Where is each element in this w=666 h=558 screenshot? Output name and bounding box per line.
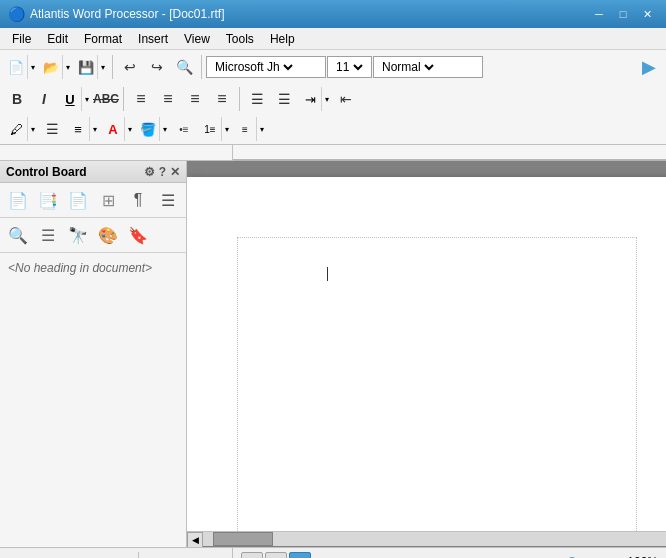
cb-pilcrow-button[interactable]: ¶ xyxy=(124,186,152,214)
cb-bookmark-button[interactable]: 📑 xyxy=(34,186,62,214)
font-name-dropdown[interactable]: Microsoft Jh xyxy=(206,56,326,78)
highlight-button-group[interactable]: 🖊 ▾ xyxy=(4,116,38,142)
style-select[interactable]: Normal xyxy=(378,59,437,75)
list-style-button[interactable]: ☰ xyxy=(39,116,65,142)
align-center-button[interactable]: ≡ xyxy=(155,86,181,112)
nav-back-button[interactable]: ◀ xyxy=(30,552,54,559)
control-board: Control Board ⚙ ? ✕ 📄 📑 📄 ⊞ ¶ ☰ 🔍 ☰ 🔭 🎨 … xyxy=(0,161,187,547)
font-size-select[interactable]: 11 xyxy=(332,59,366,75)
bold-button[interactable]: B xyxy=(4,86,30,112)
save-button-group[interactable]: 💾 ▾ xyxy=(74,54,108,80)
font-color-button-group[interactable]: A ▾ xyxy=(101,116,135,142)
undo-button[interactable]: ↩ xyxy=(117,54,143,80)
nav-option1[interactable]: ≡ xyxy=(145,552,169,559)
toolbar-row3: 🖊 ▾ ☰ ≡ ▾ A ▾ 🪣 ▾ •≡ 1≡ ▾ ≡ ▾ xyxy=(0,114,666,144)
style-dropdown[interactable]: Normal xyxy=(373,56,483,78)
document-area[interactable]: ◀ ▶ xyxy=(187,161,666,547)
toolbars: 📄 ▾ 📂 ▾ 💾 ▾ ↩ ↪ 🔍 Microsoft Jh xyxy=(0,50,666,145)
cb-align-button[interactable]: ☰ xyxy=(34,221,62,249)
control-board-icons: ⚙ ? ✕ xyxy=(144,165,180,179)
indent-button-group[interactable]: ⇥ ▾ xyxy=(298,86,332,112)
nav-fwd-button[interactable]: ▶ xyxy=(82,552,106,559)
fill-color-button-group[interactable]: 🪣 ▾ xyxy=(136,116,170,142)
app-icon: 🔵 xyxy=(8,6,24,22)
nav-stop-button[interactable]: ⏹ xyxy=(56,552,80,559)
document-scroll[interactable] xyxy=(187,161,666,531)
redo-button[interactable]: ↪ xyxy=(144,54,170,80)
hscroll-thumb[interactable] xyxy=(213,532,273,546)
navigation-bar: ◀◀ ◀ ⏹ ▶ ▶▶ ≡ xyxy=(0,548,233,559)
underline-arrow-icon: ▾ xyxy=(81,87,91,111)
cb-binoculars-button[interactable]: 🔭 xyxy=(64,221,92,249)
cb-pages-button[interactable]: 📄 xyxy=(64,186,92,214)
cb-grid-button[interactable]: ⊞ xyxy=(94,186,122,214)
font-name-select[interactable]: Microsoft Jh xyxy=(211,59,296,75)
menu-file[interactable]: File xyxy=(4,29,39,49)
hscroll-track[interactable] xyxy=(203,532,666,546)
bullets-list-button[interactable]: •≡ xyxy=(171,116,197,142)
text-cursor xyxy=(327,267,328,281)
open-button-group[interactable]: 📂 ▾ xyxy=(39,54,73,80)
cb-color-button[interactable]: 🎨 xyxy=(94,221,122,249)
nav-end-button[interactable]: ▶▶ xyxy=(108,552,132,559)
align-left-button[interactable]: ≡ xyxy=(128,86,154,112)
view-normal-button[interactable]: ≡ xyxy=(241,552,263,559)
underline-button-group[interactable]: U ▾ xyxy=(58,86,92,112)
list-levels-button-group[interactable]: ≡ ▾ xyxy=(233,116,267,142)
zoom-minus-button[interactable]: − xyxy=(499,554,515,559)
list-levels-arrow: ▾ xyxy=(256,117,266,141)
menu-help[interactable]: Help xyxy=(262,29,303,49)
document-page[interactable] xyxy=(187,177,666,531)
align-justify-button[interactable]: ≡ xyxy=(209,86,235,112)
right-doc-area: ◀ ▶ ▲ ↑ ⊙ ↓ ▼ xyxy=(187,161,666,547)
toolbar-row1: 📄 ▾ 📂 ▾ 💾 ▾ ↩ ↪ 🔍 Microsoft Jh xyxy=(0,50,666,84)
menu-edit[interactable]: Edit xyxy=(39,29,76,49)
menu-format[interactable]: Format xyxy=(76,29,130,49)
list-bullet-button[interactable]: ☰ xyxy=(244,86,270,112)
document-guide xyxy=(237,237,637,531)
close-button[interactable]: ✕ xyxy=(636,5,658,23)
cb-bookmark2-button[interactable]: 🔖 xyxy=(124,221,152,249)
view-outline-button[interactable]: ≡ xyxy=(265,552,287,559)
window-controls: ─ □ ✕ xyxy=(588,5,658,23)
no-heading-text: <No heading in document> xyxy=(8,261,152,275)
toolbar-row2: B I U ▾ ABC ≡ ≡ ≡ ≡ ☰ ☰ ⇥ ▾ ⇤ xyxy=(0,84,666,114)
find-button[interactable]: 🔍 xyxy=(171,54,197,80)
minimize-button[interactable]: ─ xyxy=(588,5,610,23)
new-button-group[interactable]: 📄 ▾ xyxy=(4,54,38,80)
view-page-button[interactable]: □ xyxy=(289,552,311,559)
cb-doc-icon-button[interactable]: 📄 xyxy=(4,186,32,214)
separator-3 xyxy=(123,87,124,111)
expand-right-button[interactable]: ▶ xyxy=(636,54,662,80)
font-size-dropdown[interactable]: 11 xyxy=(327,56,372,78)
list-number-button[interactable]: ☰ xyxy=(271,86,297,112)
align-right-button[interactable]: ≡ xyxy=(182,86,208,112)
numbered-list-button-group[interactable]: 1≡ ▾ xyxy=(198,116,232,142)
title-bar: 🔵 Atlantis Word Processor - [Doc01.rtf] … xyxy=(0,0,666,28)
menu-view[interactable]: View xyxy=(176,29,218,49)
menu-tools[interactable]: Tools xyxy=(218,29,262,49)
close-icon[interactable]: ✕ xyxy=(170,165,180,179)
nav-prev-button[interactable]: ◀◀ xyxy=(4,552,28,559)
outdent-button[interactable]: ⇤ xyxy=(333,86,359,112)
hscroll-left-button[interactable]: ◀ xyxy=(187,532,203,547)
cb-zoom-button[interactable]: 🔍 xyxy=(4,221,32,249)
italic-button[interactable]: I xyxy=(31,86,57,112)
strikethrough-button[interactable]: ABC xyxy=(93,86,119,112)
numbered-list-icon: 1≡ xyxy=(199,117,221,141)
cb-content: <No heading in document> xyxy=(0,253,186,547)
zoom-plus-button[interactable]: + xyxy=(603,554,619,559)
cb-tools-row2: 🔍 ☰ 🔭 🎨 🔖 xyxy=(0,218,186,253)
cb-list-button[interactable]: ☰ xyxy=(154,186,182,214)
fill-color-arrow: ▾ xyxy=(159,117,169,141)
bottom-toolbar: ≡ ≡ □ − + 100% xyxy=(233,552,666,559)
font-color-icon: A xyxy=(102,117,124,141)
maximize-button[interactable]: □ xyxy=(612,5,634,23)
save-icon: 💾 xyxy=(75,55,97,79)
menu-insert[interactable]: Insert xyxy=(130,29,176,49)
title-text: Atlantis Word Processor - [Doc01.rtf] xyxy=(30,7,588,21)
settings-icon[interactable]: ⚙ xyxy=(144,165,155,179)
list-style-button-group[interactable]: ≡ ▾ xyxy=(66,116,100,142)
help-icon[interactable]: ? xyxy=(159,165,166,179)
open-arrow-icon: ▾ xyxy=(62,55,72,79)
